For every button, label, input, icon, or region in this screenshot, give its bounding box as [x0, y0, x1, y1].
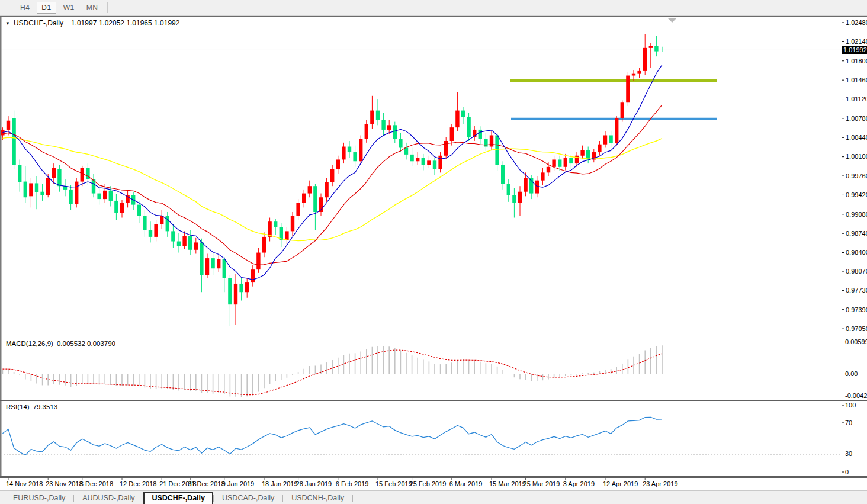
timeframe-button-mn[interactable]: MN: [82, 2, 103, 14]
chart-title: USDCHF-,Daily: [14, 19, 63, 27]
symbol-tab-bar: EURUSD-,DailyAUDUSD-,DailyUSDCHF-,DailyU…: [0, 490, 867, 504]
macd-axis[interactable]: 0.0059970.00-0.004244: [842, 338, 867, 399]
chart-title-row: ▼ USDCHF-,Daily 1.01997 1.02052 1.01965 …: [5, 19, 179, 27]
svg-text:12 Dec 2018: 12 Dec 2018: [120, 480, 156, 487]
svg-text:18 Jan 2019: 18 Jan 2019: [262, 480, 298, 487]
svg-text:9 Jan 2019: 9 Jan 2019: [222, 480, 254, 487]
svg-text:0.98400: 0.98400: [846, 249, 867, 256]
rsi-line: [2, 417, 662, 455]
svg-text:1.01460: 1.01460: [846, 76, 867, 84]
macd-indicator-label: MACD(12,26,9)0.005532 0.003790: [6, 340, 115, 347]
svg-text:31 Dec 2018: 31 Dec 2018: [188, 480, 224, 487]
svg-text:25 Mar 2019: 25 Mar 2019: [524, 480, 560, 487]
current-price-tag: 1.01992: [842, 46, 867, 54]
svg-text:0.99080: 0.99080: [846, 211, 867, 218]
svg-text:25 Feb 2019: 25 Feb 2019: [410, 480, 447, 487]
tab-eurusd-daily[interactable]: EURUSD-,Daily: [5, 493, 73, 504]
svg-text:0.99760: 0.99760: [846, 172, 867, 179]
price-axis[interactable]: 1.024801.021401.018001.014601.011201.007…: [842, 19, 867, 332]
svg-text:1.02480: 1.02480: [846, 19, 867, 26]
tab-usdchf-daily[interactable]: USDCHF-,Daily: [143, 492, 213, 504]
timeframe-button-w1[interactable]: W1: [59, 2, 79, 14]
rsi-pane: [1, 423, 842, 455]
window-borders: [0, 17, 867, 478]
terminal-window: 1.024801.021401.018001.014601.011201.007…: [0, 0, 867, 504]
svg-text:0: 0: [845, 468, 849, 476]
svg-text:1.00440: 1.00440: [846, 134, 867, 141]
svg-text:0.97730: 0.97730: [846, 287, 867, 294]
tab-audusd-daily[interactable]: AUDUSD-,Daily: [74, 493, 143, 504]
svg-text:30: 30: [845, 450, 852, 457]
svg-text:1.02140: 1.02140: [846, 38, 867, 45]
svg-text:0.97390: 0.97390: [846, 306, 867, 313]
rsi-indicator-label: RSI(14)79.3513: [6, 403, 57, 410]
chart-shift-marker-icon[interactable]: [668, 18, 676, 23]
svg-text:100: 100: [845, 402, 856, 409]
svg-text:3 Apr 2019: 3 Apr 2019: [563, 480, 595, 487]
rsi-axis[interactable]: 10070300: [842, 402, 856, 476]
svg-text:3 Dec 2018: 3 Dec 2018: [80, 480, 113, 487]
svg-text:0.97050: 0.97050: [846, 325, 867, 332]
svg-text:0.98740: 0.98740: [846, 230, 867, 237]
svg-text:6 Mar 2019: 6 Mar 2019: [449, 480, 483, 487]
ma-slow-line: [2, 137, 662, 241]
svg-text:23 Nov 2018: 23 Nov 2018: [46, 480, 82, 487]
svg-text:6 Feb 2019: 6 Feb 2019: [336, 480, 369, 487]
svg-text:1.00780: 1.00780: [846, 115, 867, 122]
ohlc-values: 1.01997 1.02052 1.01965 1.01992: [71, 19, 180, 27]
tab-usdcnh-daily[interactable]: USDCNH-,Daily: [283, 493, 352, 504]
svg-text:12 Apr 2019: 12 Apr 2019: [603, 480, 638, 487]
svg-text:-0.004244: -0.004244: [845, 392, 867, 399]
date-axis[interactable]: 14 Nov 201823 Nov 20183 Dec 201812 Dec 2…: [6, 478, 678, 488]
tab-usdcad-daily[interactable]: USDCAD-,Daily: [214, 493, 282, 504]
svg-text:1.01800: 1.01800: [846, 57, 867, 65]
rsi-value: 79.3513: [33, 403, 58, 410]
macd-histogram: [2, 345, 662, 397]
svg-text:70: 70: [845, 419, 852, 426]
collapse-arrow-icon[interactable]: ▼: [5, 21, 10, 26]
candles-layer: [1, 34, 664, 326]
macd-name: MACD(12,26,9): [6, 340, 53, 347]
svg-text:15 Feb 2019: 15 Feb 2019: [375, 480, 412, 487]
chart-canvas[interactable]: 1.024801.021401.018001.014601.011201.007…: [0, 0, 867, 504]
svg-text:0.98070: 0.98070: [846, 268, 867, 275]
timeframe-toolbar: H4D1W1MN: [0, 0, 867, 16]
svg-text:23 Apr 2019: 23 Apr 2019: [643, 480, 677, 487]
macd-values: 0.005532 0.003790: [57, 340, 115, 347]
svg-text:1.00100: 1.00100: [846, 153, 867, 160]
svg-text:14 Nov 2018: 14 Nov 2018: [6, 480, 43, 487]
tab-divider: [352, 495, 353, 502]
svg-text:28 Jan 2019: 28 Jan 2019: [296, 480, 332, 487]
toolbar-divider: [107, 2, 108, 13]
svg-text:1.01120: 1.01120: [846, 95, 867, 102]
timeframe-button-d1[interactable]: D1: [37, 2, 56, 14]
svg-text:0.005997: 0.005997: [845, 338, 867, 345]
timeframe-button-h4[interactable]: H4: [15, 2, 34, 14]
svg-text:15 Mar 2019: 15 Mar 2019: [489, 480, 526, 487]
svg-text:0.99420: 0.99420: [846, 191, 867, 198]
svg-text:0.00: 0.00: [845, 370, 858, 377]
rsi-name: RSI(14): [6, 403, 30, 410]
